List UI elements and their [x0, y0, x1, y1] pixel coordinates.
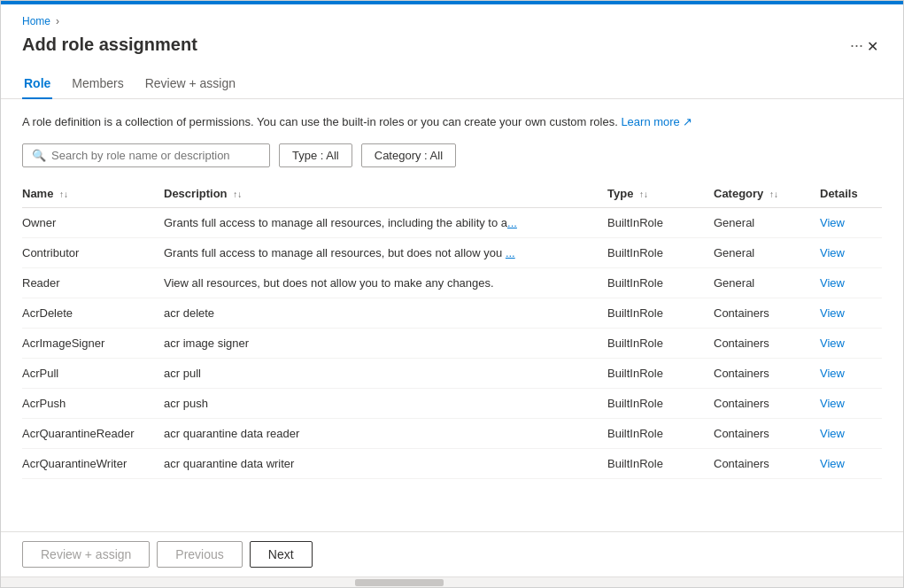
- role-name-cell: Reader: [22, 267, 164, 298]
- col-header-details: Details: [820, 180, 882, 208]
- table-row[interactable]: ContributorGrants full access to manage …: [22, 237, 882, 267]
- role-type-cell: BuiltInRole: [607, 207, 714, 237]
- breadcrumb-home-link[interactable]: Home: [22, 15, 50, 27]
- tab-role[interactable]: Role: [22, 69, 52, 99]
- role-type-cell: BuiltInRole: [607, 418, 714, 448]
- role-view-link[interactable]: View: [820, 358, 882, 388]
- category-filter-button[interactable]: Category : All: [361, 143, 456, 167]
- table-row[interactable]: ReaderView all resources, but does not a…: [22, 267, 882, 298]
- role-category-cell: General: [714, 267, 820, 298]
- col-header-category[interactable]: Category ↑↓: [714, 180, 820, 208]
- role-name-cell: AcrQuarantineReader: [22, 418, 164, 448]
- role-name-cell: AcrDelete: [22, 298, 164, 328]
- role-description-cell: Grants full access to manage all resourc…: [164, 207, 607, 237]
- role-category-cell: General: [714, 207, 820, 237]
- role-description-cell: Grants full access to manage all resourc…: [164, 237, 607, 267]
- role-category-cell: Containers: [714, 418, 820, 448]
- filters-row: 🔍 Type : All Category : All: [22, 143, 882, 167]
- role-description-cell: acr image signer: [164, 328, 607, 358]
- roles-table-container: Name ↑↓ Description ↑↓ Type ↑↓ Categor: [22, 180, 882, 532]
- footer: Review + assign Previous Next: [1, 531, 903, 576]
- name-sort-icon: ↑↓: [59, 190, 68, 199]
- horizontal-scrollbar-thumb: [355, 579, 444, 586]
- role-type-cell: BuiltInRole: [607, 358, 714, 388]
- role-name-cell: Contributor: [22, 237, 164, 267]
- previous-button[interactable]: Previous: [157, 541, 242, 568]
- role-name-cell: AcrPull: [22, 358, 164, 388]
- col-header-name[interactable]: Name ↑↓: [22, 180, 164, 208]
- role-type-cell: BuiltInRole: [607, 267, 714, 298]
- breadcrumb-separator: ›: [56, 15, 59, 27]
- role-description-cell: acr pull: [164, 358, 607, 388]
- role-name-cell: Owner: [22, 207, 164, 237]
- search-box[interactable]: 🔍: [22, 143, 270, 167]
- add-role-assignment-dialog: Home › Add role assignment ··· ✕ Role Me…: [0, 0, 904, 588]
- learn-more-link[interactable]: Learn more ↗: [621, 115, 692, 128]
- roles-table: Name ↑↓ Description ↑↓ Type ↑↓ Categor: [22, 180, 882, 479]
- col-header-description[interactable]: Description ↑↓: [164, 180, 607, 208]
- role-type-cell: BuiltInRole: [607, 298, 714, 328]
- role-description-text: A role definition is a collection of per…: [22, 113, 882, 131]
- col-header-type[interactable]: Type ↑↓: [607, 180, 714, 208]
- table-row[interactable]: AcrImageSigneracr image signerBuiltInRol…: [22, 328, 882, 358]
- dialog-header: Add role assignment ··· ✕: [1, 31, 903, 69]
- role-category-cell: Containers: [714, 358, 820, 388]
- table-row[interactable]: AcrPushacr pushBuiltInRoleContainersView: [22, 388, 882, 418]
- role-description-cell: acr quarantine data writer: [164, 448, 607, 478]
- table-header-row: Name ↑↓ Description ↑↓ Type ↑↓ Categor: [22, 180, 882, 208]
- role-name-cell: AcrPush: [22, 388, 164, 418]
- tab-review-assign[interactable]: Review + assign: [143, 69, 237, 99]
- breadcrumb: Home ›: [1, 4, 903, 31]
- page-title: Add role assignment: [22, 35, 843, 55]
- horizontal-scrollbar[interactable]: [1, 576, 903, 587]
- table-row[interactable]: AcrDeleteacr deleteBuiltInRoleContainers…: [22, 298, 882, 328]
- role-description-cell: acr push: [164, 388, 607, 418]
- search-icon: 🔍: [32, 149, 46, 162]
- role-category-cell: Containers: [714, 328, 820, 358]
- role-view-link[interactable]: View: [820, 448, 882, 478]
- role-type-cell: BuiltInRole: [607, 237, 714, 267]
- close-button[interactable]: ✕: [863, 35, 882, 58]
- role-name-cell: AcrQuarantineWriter: [22, 448, 164, 478]
- search-input[interactable]: [51, 149, 260, 162]
- cat-sort-icon: ↑↓: [769, 190, 778, 199]
- type-sort-icon: ↑↓: [639, 190, 648, 199]
- tab-members[interactable]: Members: [70, 69, 125, 99]
- role-type-cell: BuiltInRole: [607, 448, 714, 478]
- desc-sort-icon: ↑↓: [233, 190, 242, 199]
- role-view-link[interactable]: View: [820, 237, 882, 267]
- tab-bar: Role Members Review + assign: [1, 69, 903, 99]
- role-category-cell: Containers: [714, 448, 820, 478]
- table-row[interactable]: AcrQuarantineReaderacr quarantine data r…: [22, 418, 882, 448]
- role-description-cell: acr quarantine data reader: [164, 418, 607, 448]
- role-description-cell: acr delete: [164, 298, 607, 328]
- main-content: A role definition is a collection of per…: [1, 99, 903, 531]
- role-view-link[interactable]: View: [820, 207, 882, 237]
- role-category-cell: General: [714, 237, 820, 267]
- table-row[interactable]: AcrQuarantineWriteracr quarantine data w…: [22, 448, 882, 478]
- review-assign-button[interactable]: Review + assign: [22, 541, 150, 568]
- role-description-cell: View all resources, but does not allow y…: [164, 267, 607, 298]
- role-view-link[interactable]: View: [820, 328, 882, 358]
- role-view-link[interactable]: View: [820, 267, 882, 298]
- role-view-link[interactable]: View: [820, 298, 882, 328]
- next-button[interactable]: Next: [250, 541, 313, 568]
- table-row[interactable]: OwnerGrants full access to manage all re…: [22, 207, 882, 237]
- role-name-cell: AcrImageSigner: [22, 328, 164, 358]
- role-category-cell: Containers: [714, 388, 820, 418]
- table-row[interactable]: AcrPullacr pullBuiltInRoleContainersView: [22, 358, 882, 388]
- role-view-link[interactable]: View: [820, 418, 882, 448]
- role-type-cell: BuiltInRole: [607, 388, 714, 418]
- more-options-button[interactable]: ···: [850, 35, 863, 55]
- role-category-cell: Containers: [714, 298, 820, 328]
- type-filter-button[interactable]: Type : All: [279, 143, 352, 167]
- role-view-link[interactable]: View: [820, 388, 882, 418]
- role-type-cell: BuiltInRole: [607, 328, 714, 358]
